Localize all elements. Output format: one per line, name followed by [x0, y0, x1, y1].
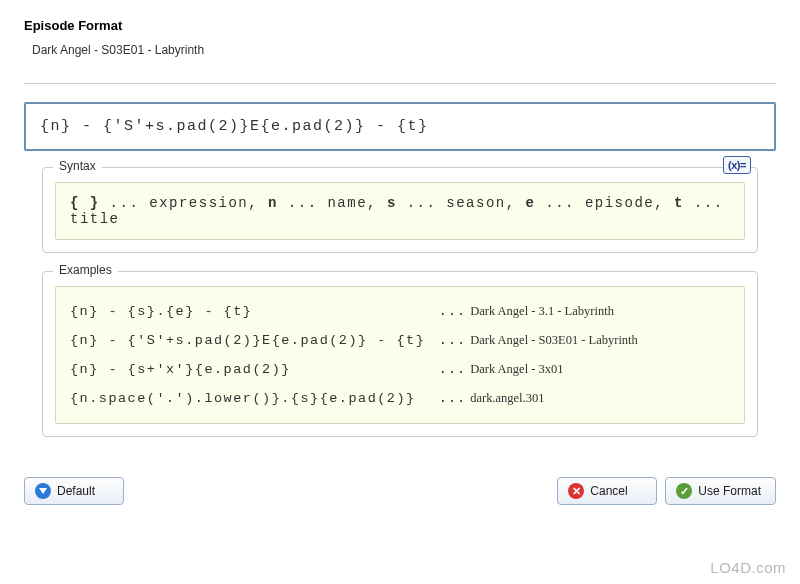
example-output: dark.angel.301 — [470, 391, 544, 406]
watermark: LO4D.com — [710, 559, 786, 576]
default-button[interactable]: Default — [24, 477, 124, 505]
example-row: {n} - {s}.{e} - {t} ... Dark Angel - 3.1… — [70, 297, 730, 326]
example-format: {n.space('.').lower()}.{s}{e.pad(2)} — [70, 391, 435, 406]
example-dots: ... — [439, 304, 466, 319]
use-format-button-label: Use Format — [698, 484, 761, 498]
examples-list: {n} - {s}.{e} - {t} ... Dark Angel - 3.1… — [55, 286, 745, 424]
format-preview: Dark Angel - S03E01 - Labyrinth — [32, 43, 776, 57]
examples-legend: Examples — [53, 263, 118, 277]
example-format: {n} - {s}.{e} - {t} — [70, 304, 435, 319]
syntax-fieldset: Syntax (x)= { } ... expression, n ... na… — [42, 167, 758, 253]
example-row: {n} - {s+'x'}{e.pad(2)} ... Dark Angel -… — [70, 355, 730, 384]
example-format: {n} - {s+'x'}{e.pad(2)} — [70, 362, 435, 377]
example-output: Dark Angel - S03E01 - Labyrinth — [470, 333, 638, 348]
example-output: Dark Angel - 3x01 — [470, 362, 563, 377]
example-dots: ... — [439, 362, 466, 377]
examples-fieldset: Examples {n} - {s}.{e} - {t} ... Dark An… — [42, 271, 758, 437]
default-button-label: Default — [57, 484, 95, 498]
syntax-legend: Syntax — [53, 159, 102, 173]
example-row: {n.space('.').lower()}.{s}{e.pad(2)} ...… — [70, 384, 730, 413]
expression-badge-icon[interactable]: (x)= — [723, 156, 751, 174]
cancel-button-label: Cancel — [590, 484, 627, 498]
dialog-title: Episode Format — [24, 18, 776, 33]
example-format: {n} - {'S'+s.pad(2)}E{e.pad(2)} - {t} — [70, 333, 435, 348]
default-icon — [35, 483, 51, 499]
example-output: Dark Angel - 3.1 - Labyrinth — [470, 304, 614, 319]
cancel-button[interactable]: ✕ Cancel — [557, 477, 657, 505]
use-format-button[interactable]: Use Format — [665, 477, 776, 505]
example-dots: ... — [439, 333, 466, 348]
format-input[interactable] — [24, 102, 776, 151]
cancel-icon: ✕ — [568, 483, 584, 499]
divider — [24, 83, 776, 84]
expression-badge-text: (x)= — [728, 159, 746, 171]
example-row: {n} - {'S'+s.pad(2)}E{e.pad(2)} - {t} ..… — [70, 326, 730, 355]
example-dots: ... — [439, 391, 466, 406]
syntax-help-text: { } ... expression, n ... name, s ... se… — [55, 182, 745, 240]
check-icon — [676, 483, 692, 499]
